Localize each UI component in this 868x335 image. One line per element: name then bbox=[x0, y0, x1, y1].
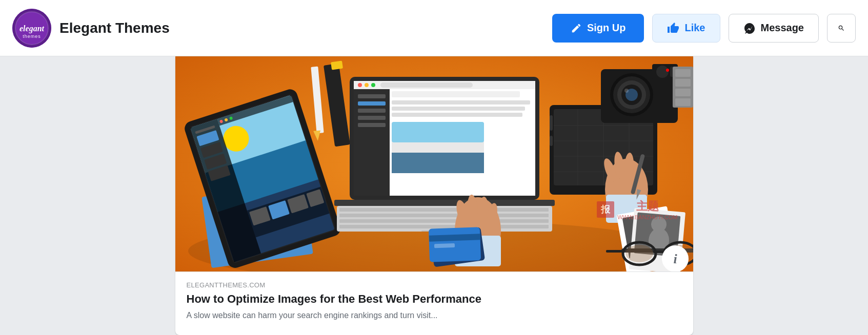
thumbs-up-icon bbox=[667, 22, 679, 34]
svg-point-38 bbox=[358, 83, 362, 87]
search-button[interactable] bbox=[827, 14, 856, 43]
watermark-url-text: WWW.BANZHUTI.COM bbox=[617, 214, 677, 220]
svg-rect-101 bbox=[675, 89, 691, 96]
watermark-main-text: 主题 bbox=[636, 199, 659, 214]
svg-rect-48 bbox=[358, 123, 386, 127]
svg-rect-102 bbox=[675, 98, 691, 106]
svg-rect-47 bbox=[358, 116, 386, 120]
svg-rect-78 bbox=[550, 115, 553, 131]
page-logo-avatar[interactable]: elegant themes bbox=[12, 9, 51, 48]
main-content: i 报 主题 WWW.BANZHUTI.COM ELEGANTTHEMES.CO… bbox=[0, 56, 868, 335]
svg-rect-41 bbox=[380, 82, 473, 88]
like-button[interactable]: Like bbox=[652, 14, 720, 43]
article-image-area: i 报 主题 WWW.BANZHUTI.COM bbox=[175, 56, 693, 271]
like-label: Like bbox=[684, 22, 705, 34]
svg-rect-46 bbox=[358, 109, 386, 113]
svg-point-97 bbox=[666, 69, 669, 72]
svg-rect-79 bbox=[550, 136, 553, 146]
svg-rect-54 bbox=[392, 122, 484, 142]
page-title: Elegant Themes bbox=[59, 20, 170, 36]
svg-rect-61 bbox=[339, 225, 549, 228]
svg-rect-56 bbox=[334, 200, 555, 206]
svg-rect-100 bbox=[675, 79, 691, 87]
svg-rect-44 bbox=[358, 94, 386, 98]
svg-rect-52 bbox=[392, 113, 522, 117]
article-source: ELEGANTTHEMES.COM bbox=[187, 281, 682, 289]
svg-rect-60 bbox=[339, 219, 549, 223]
svg-point-94 bbox=[624, 89, 629, 93]
svg-rect-11 bbox=[331, 61, 343, 70]
messenger-icon bbox=[743, 22, 756, 34]
svg-rect-59 bbox=[339, 214, 549, 217]
signup-label: Sign Up bbox=[587, 22, 626, 34]
svg-text:i: i bbox=[673, 252, 677, 266]
article-card: i 报 主题 WWW.BANZHUTI.COM ELEGANTTHEMES.CO… bbox=[175, 56, 693, 335]
svg-rect-106 bbox=[434, 243, 454, 248]
article-description: A slow website can harm your search engi… bbox=[187, 310, 682, 321]
svg-text:elegant: elegant bbox=[19, 24, 45, 33]
message-label: Message bbox=[761, 22, 804, 34]
article-title: How to Optimize Images for the Best Web … bbox=[187, 292, 682, 307]
svg-rect-119 bbox=[606, 250, 624, 253]
signup-button[interactable]: Sign Up bbox=[552, 14, 644, 43]
svg-point-115 bbox=[625, 245, 653, 262]
svg-rect-50 bbox=[392, 100, 530, 104]
header: elegant themes Elegant Themes Sign Up Li… bbox=[0, 0, 868, 56]
svg-point-39 bbox=[365, 83, 369, 87]
pencil-icon bbox=[571, 23, 582, 34]
svg-rect-55 bbox=[392, 153, 484, 173]
svg-rect-45 bbox=[358, 101, 386, 106]
search-icon bbox=[838, 22, 845, 34]
message-button[interactable]: Message bbox=[729, 14, 819, 43]
svg-rect-58 bbox=[339, 208, 549, 212]
svg-point-40 bbox=[371, 83, 375, 87]
watermark-box-text: 报 bbox=[597, 201, 614, 218]
page-wrapper: elegant themes Elegant Themes Sign Up Li… bbox=[0, 0, 868, 335]
svg-rect-49 bbox=[392, 91, 520, 97]
svg-rect-51 bbox=[392, 107, 525, 111]
watermark: 报 主题 WWW.BANZHUTI.COM bbox=[597, 199, 677, 220]
article-text-area: ELEGANTTHEMES.COM How to Optimize Images… bbox=[175, 271, 693, 332]
desk-illustration: i bbox=[175, 56, 693, 271]
svg-rect-99 bbox=[675, 69, 691, 77]
svg-point-95 bbox=[656, 66, 669, 78]
svg-text:themes: themes bbox=[23, 34, 41, 39]
